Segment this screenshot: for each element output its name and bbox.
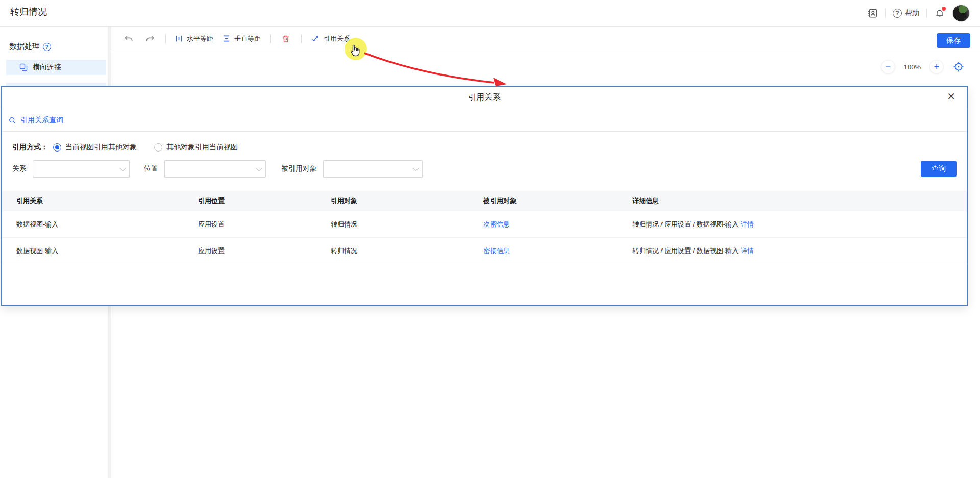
radio-option-label: 当前视图引用其他对象: [65, 143, 137, 152]
detail-link[interactable]: 详情: [741, 247, 754, 255]
column-header: 引用关系: [2, 196, 184, 206]
radio-icon: [154, 143, 162, 152]
vertical-spacing-label: 垂直等距: [234, 34, 261, 43]
sidebar-item-horizontal-join[interactable]: 横向连接: [6, 60, 106, 75]
filter-label-position: 位置: [144, 164, 158, 173]
notification-dot: [942, 7, 946, 11]
cell-detail: 转归情况 / 应用设置 / 数据视图-输入详情: [618, 220, 967, 229]
cell-ref-object: 转归情况: [316, 246, 469, 256]
filter-row: 关系 位置 被引用对象 查询: [12, 160, 967, 178]
vertical-spacing-icon: [223, 35, 230, 42]
cell-ref-relation: 数据视图-输入: [2, 220, 184, 229]
relation-select[interactable]: [33, 160, 130, 178]
cell-detail: 转归情况 / 应用设置 / 数据视图-输入详情: [618, 246, 967, 256]
sidebar-item-label: 横向连接: [33, 63, 61, 72]
reference-relations-button[interactable]: 引用关系: [311, 34, 350, 43]
table-row: 数据视图-输入 应用设置 转归情况 次密信息 转归情况 / 应用设置 / 数据视…: [2, 211, 967, 238]
radio-option-1[interactable]: 其他对象引用当前视图: [154, 143, 238, 152]
chevron-down-icon: [412, 165, 419, 171]
cell-ref-position: 应用设置: [184, 246, 316, 256]
horizontal-spacing-label: 水平等距: [187, 34, 213, 43]
help-button[interactable]: ? 帮助: [893, 9, 919, 18]
zoom-in-button[interactable]: +: [929, 60, 944, 74]
column-header: 详细信息: [618, 196, 967, 206]
help-icon: ?: [893, 9, 902, 18]
table-row: 数据视图-输入 应用设置 转归情况 密接信息 转归情况 / 应用设置 / 数据视…: [2, 238, 967, 264]
sidebar-section-title: 数据处理: [9, 42, 40, 52]
app-root: 转归情况 ? 帮助: [0, 0, 980, 478]
sidebar-section-header: 数据处理 ?: [0, 42, 108, 52]
column-header: 被引用对象: [469, 196, 618, 206]
header-actions: ? 帮助: [867, 5, 970, 22]
divider: [165, 34, 166, 43]
divider: [301, 34, 302, 43]
detail-link[interactable]: 详情: [741, 220, 754, 228]
horizontal-spacing-button[interactable]: 水平等距: [175, 34, 213, 43]
column-header: 引用对象: [316, 196, 469, 206]
detail-path: 转归情况 / 应用设置 / 数据视图-输入: [632, 220, 739, 228]
column-header: 引用位置: [184, 196, 316, 206]
chevron-down-icon: [119, 165, 126, 171]
referenced-object-select[interactable]: [323, 160, 423, 178]
referenced-object-link[interactable]: 次密信息: [483, 220, 510, 228]
address-book-icon[interactable]: [867, 8, 878, 19]
table-header-row: 引用关系 引用位置 引用对象 被引用对象 详细信息: [2, 191, 967, 211]
radio-option-0[interactable]: 当前视图引用其他对象: [53, 143, 137, 152]
reference-search-link[interactable]: 引用关系查询: [20, 116, 63, 125]
close-icon[interactable]: ✕: [947, 91, 955, 102]
reference-mode-label: 引用方式：: [12, 143, 48, 152]
divider: [885, 9, 886, 18]
cell-ref-relation: 数据视图-输入: [2, 246, 184, 256]
divider: [270, 34, 271, 43]
detail-path: 转归情况 / 应用设置 / 数据视图-输入: [632, 247, 739, 255]
reference-relations-icon: [311, 34, 320, 43]
save-button[interactable]: 保存: [937, 33, 970, 48]
query-button[interactable]: 查询: [921, 161, 957, 177]
referenced-object-link[interactable]: 密接信息: [483, 247, 510, 255]
reference-relations-label: 引用关系: [324, 34, 350, 43]
zoom-out-button[interactable]: −: [881, 60, 895, 74]
cell-ref-position: 应用设置: [184, 220, 316, 229]
filter-label-relation: 关系: [12, 164, 27, 173]
divider: [926, 9, 927, 18]
avatar[interactable]: [952, 5, 970, 22]
reference-relations-dialog: 引用关系 ✕ 引用关系查询 引用方式： 当前视图引用其他对象 其他对象引用当前视…: [1, 86, 968, 306]
locate-center-icon[interactable]: [952, 61, 965, 73]
notification-bell-icon[interactable]: [934, 8, 945, 19]
filter-label-referenced-object: 被引用对象: [281, 164, 317, 173]
section-help-icon[interactable]: ?: [43, 43, 51, 51]
radio-option-label: 其他对象引用当前视图: [166, 143, 238, 152]
dialog-title: 引用关系: [468, 92, 501, 103]
reference-mode-group: 引用方式： 当前视图引用其他对象 其他对象引用当前视图: [12, 143, 967, 152]
horizontal-spacing-icon: [175, 35, 183, 42]
vertical-spacing-button[interactable]: 垂直等距: [223, 34, 261, 43]
top-header: 转归情况 ? 帮助: [0, 0, 980, 27]
search-icon: [8, 116, 16, 124]
chevron-down-icon: [256, 165, 262, 171]
canvas-toolbar: 水平等距 垂直等距: [111, 27, 980, 51]
overlap-squares-icon: [19, 63, 28, 71]
radio-icon: [53, 143, 61, 152]
redo-icon[interactable]: [144, 33, 156, 45]
help-label: 帮助: [905, 9, 919, 18]
page-title: 转归情况: [10, 6, 47, 20]
references-table: 引用关系 引用位置 引用对象 被引用对象 详细信息 数据视图-输入 应用设置 转…: [2, 191, 967, 264]
position-select[interactable]: [164, 160, 266, 178]
cell-ref-object: 转归情况: [316, 220, 469, 229]
zoom-level: 100%: [904, 63, 921, 71]
zoom-controls: − 100% +: [881, 60, 965, 74]
undo-icon[interactable]: [122, 33, 135, 45]
dialog-titlebar: 引用关系 ✕: [2, 87, 967, 109]
reference-search-row: 引用关系查询: [2, 109, 967, 132]
delete-icon[interactable]: [280, 33, 292, 45]
